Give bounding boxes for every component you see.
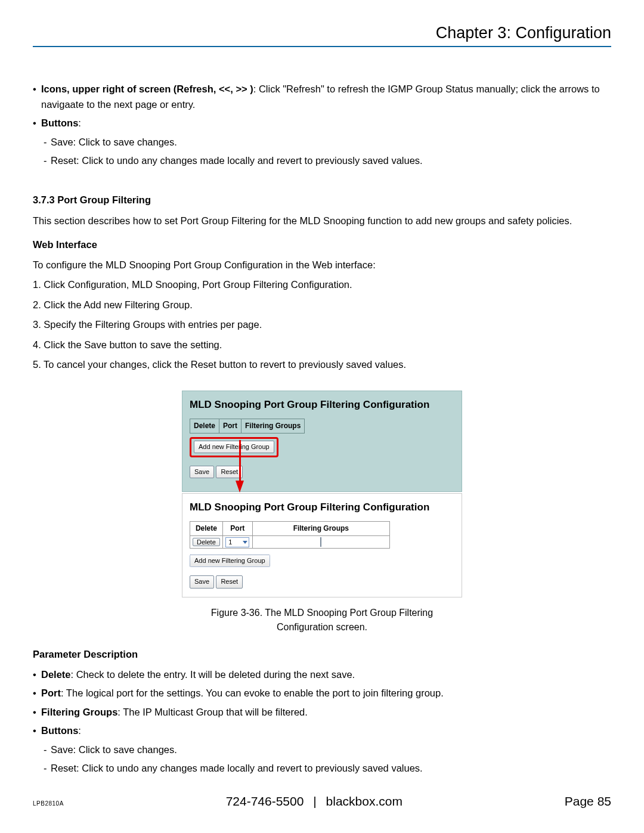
- step-4: 4. Click the Save button to save the set…: [33, 337, 611, 353]
- delete-row-button[interactable]: Delete: [193, 538, 220, 546]
- col-port-2: Port: [222, 522, 252, 536]
- bullet-icons: Icons, upper right of screen (Refresh, <…: [33, 82, 611, 112]
- add-new-filtering-group-button-2[interactable]: Add new Filtering Group: [190, 555, 270, 567]
- col-port: Port: [219, 419, 242, 433]
- footer-model: LPB2810A: [33, 800, 64, 807]
- figure-3-36: MLD Snooping Port Group Filtering Config…: [182, 391, 462, 635]
- step-1: 1. Click Configuration, MLD Snooping, Po…: [33, 277, 611, 293]
- param-delete: Delete: Check to delete the entry. It wi…: [33, 667, 611, 683]
- config-panel-bottom: MLD Snooping Port Group Filtering Config…: [182, 493, 462, 597]
- bullet-buttons: Buttons:: [33, 116, 611, 131]
- param-delete-label: Delete: [41, 669, 71, 680]
- arrow-line-icon: [239, 440, 241, 482]
- panel-title-bottom: MLD Snooping Port Group Filtering Config…: [190, 500, 454, 515]
- footer-page-number: Page 85: [565, 794, 611, 809]
- sub-reset: Reset: Click to undo any changes made lo…: [33, 153, 611, 169]
- col-filtering-groups-2: Filtering Groups: [252, 522, 389, 536]
- highlight-add-button: Add new Filtering Group: [190, 437, 278, 457]
- step-2: 2. Click the Add new Filtering Group.: [33, 298, 611, 313]
- save-button-2[interactable]: Save: [190, 575, 214, 588]
- sub-save: Save: Click to save changes.: [33, 135, 611, 150]
- reset-button-2[interactable]: Reset: [216, 575, 243, 588]
- footer-phone: 724-746-5500: [226, 794, 304, 808]
- table-row: Delete 1: [190, 535, 390, 549]
- columns-header-top: Delete Port Filtering Groups: [190, 419, 305, 433]
- port-select[interactable]: 1: [225, 537, 249, 547]
- chapter-header: Chapter 3: Configuration: [33, 24, 611, 47]
- icons-label: Icons, upper right of screen (Refresh, <…: [41, 83, 253, 94]
- footer-separator: |: [313, 794, 316, 808]
- param-buttons-colon: :: [78, 725, 81, 736]
- param-port-label: Port: [41, 688, 61, 698]
- param-delete-text: : Check to delete the entry. It will be …: [71, 669, 355, 680]
- buttons-colon: :: [78, 117, 81, 128]
- param-sub-reset: Reset: Click to undo any changes made lo…: [33, 761, 611, 776]
- arrow-down-icon: [236, 481, 244, 493]
- section-intro: This section describes how to set Port G…: [33, 213, 611, 229]
- footer-site: blackbox.com: [326, 794, 402, 808]
- filtering-table: Delete Port Filtering Groups Delete 1: [190, 521, 390, 549]
- chevron-down-icon: [243, 541, 247, 544]
- config-panel-top: MLD Snooping Port Group Filtering Config…: [182, 391, 462, 492]
- param-port: Port: The logical port for the settings.…: [33, 686, 611, 701]
- col-delete-2: Delete: [190, 522, 223, 536]
- filtering-groups-input[interactable]: [320, 537, 321, 547]
- save-button[interactable]: Save: [190, 466, 214, 478]
- section-heading-373: 3.7.3 Port Group Filtering: [33, 193, 611, 208]
- buttons-label: Buttons: [41, 117, 78, 128]
- page-footer: LPB2810A 724-746-5500 | blackbox.com Pag…: [33, 794, 611, 809]
- add-new-filtering-group-button[interactable]: Add new Filtering Group: [194, 441, 274, 453]
- web-intro: To configure the MLD Snooping Port Group…: [33, 258, 611, 273]
- panel-title-top: MLD Snooping Port Group Filtering Config…: [190, 397, 454, 413]
- param-filtering-groups: Filtering Groups: The IP Multicast Group…: [33, 705, 611, 720]
- param-buttons: Buttons:: [33, 723, 611, 739]
- param-port-text: : The logical port for the settings. You…: [61, 688, 444, 698]
- col-filtering-groups: Filtering Groups: [242, 419, 305, 433]
- param-buttons-label: Buttons: [41, 725, 78, 736]
- port-value: 1: [228, 537, 232, 547]
- footer-contact: 724-746-5500 | blackbox.com: [226, 794, 402, 809]
- figure-caption: Figure 3-36. The MLD Snooping Port Group…: [182, 606, 462, 636]
- col-delete: Delete: [190, 419, 219, 433]
- param-fg-label: Filtering Groups: [41, 707, 117, 717]
- step-5: 5. To cancel your changes, click the Res…: [33, 357, 611, 373]
- table-header-row: Delete Port Filtering Groups: [190, 522, 390, 536]
- param-sub-save: Save: Click to save changes.: [33, 742, 611, 758]
- parameter-description-heading: Parameter Description: [33, 647, 611, 662]
- step-3: 3. Specify the Filtering Groups with ent…: [33, 317, 611, 333]
- param-fg-text: : The IP Multicast Group that will be fi…: [117, 707, 308, 717]
- web-interface-heading: Web Interface: [33, 237, 611, 253]
